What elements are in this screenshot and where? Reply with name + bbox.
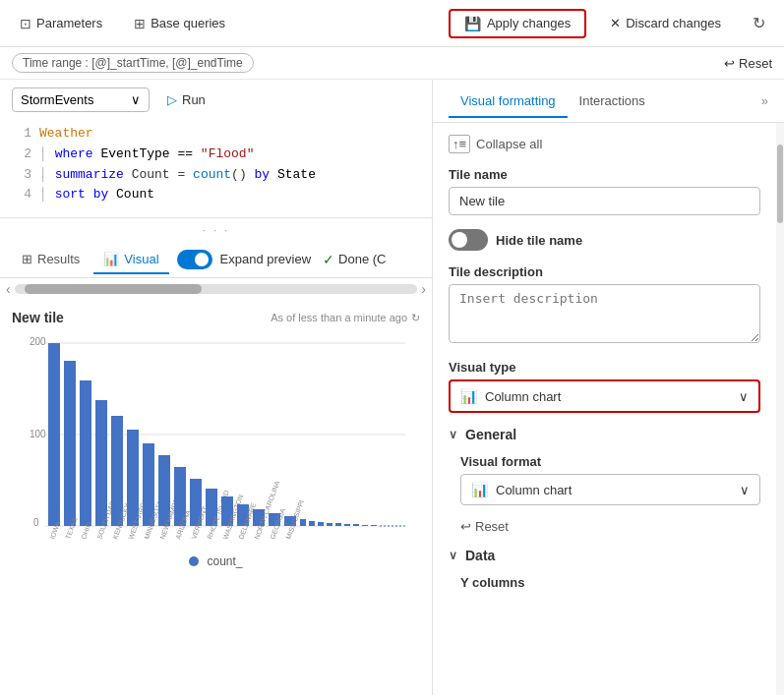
refresh-button[interactable]: ↻ [745,10,772,37]
apply-changes-button[interactable]: 💾 Apply changes [449,9,586,38]
hide-tile-name-group: Hide tile name [449,229,760,251]
tile-name-group: Tile name [449,167,760,215]
results-table-icon: ⊞ [22,252,32,266]
vertical-scrollbar[interactable] [776,123,784,695]
reset-label: Reset [739,56,772,71]
legend-dot [189,556,199,566]
code-sort: │ sort by Count [39,185,154,205]
line-num-2: 2 [12,145,31,165]
visual-chart-icon: 📊 [103,252,119,266]
visual-format-group: Visual format 📊 Column chart ∨ [460,454,760,505]
run-triangle-icon: ▷ [167,92,177,107]
scroll-left-arrow[interactable]: ‹ [4,281,13,297]
close-icon: ✕ [610,16,621,30]
right-content-scroll: ↑≡ Collapse all Tile name Hide tile name [433,123,776,695]
base-queries-icon: ⊞ [134,16,146,31]
expand-panel-button[interactable]: » [761,93,768,108]
data-section-header[interactable]: ∨ Data [449,548,760,563]
expand-preview-label: Expand preview [220,252,312,266]
tab-visual-label: Visual formatting [460,93,556,108]
base-queries-label: Base queries [151,16,225,30]
visual-format-label: Visual format [460,454,760,469]
done-badge: ✓ Done (C [323,252,386,267]
line-num-4: 4 [12,185,31,205]
visual-type-left: 📊 Column chart [460,388,561,404]
refresh-icon: ↻ [753,14,765,32]
reset-arrow-icon: ↩ [724,56,735,71]
discard-changes-button[interactable]: ✕ Discard changes [602,12,729,34]
check-circle-icon: ✓ [323,252,334,267]
apply-save-icon: 💾 [464,16,481,31]
data-section-content: Y columns [449,575,760,590]
collapse-all-label: Collapse all [476,137,542,151]
bar-chart-svg: 200 100 0 IOWA TEXAS OHIO [12,329,405,546]
svg-text:0: 0 [33,517,39,528]
timestamp-text: As of less than a minute ago [271,312,407,323]
chevron-down-type-icon: ∨ [739,389,749,404]
code-summarize: │ summarize Count = count() by State [39,165,316,186]
parameters-label: Parameters [36,16,102,30]
database-select[interactable]: StormEvents ∨ [12,87,150,112]
results-tab[interactable]: ⊞ Results [12,246,90,274]
chart-header: New tile As of less than a minute ago ↻ [12,310,420,325]
legend-label: count_ [207,554,242,568]
horizontal-scrollbar[interactable] [15,284,418,294]
parameters-button[interactable]: ⊡ Parameters [12,12,110,35]
database-name: StormEvents [21,92,93,107]
general-section-header[interactable]: ∨ General [449,427,760,442]
dots-separator: · · · [0,218,432,241]
apply-changes-label: Apply changes [487,16,571,30]
tab-visual-formatting[interactable]: Visual formatting [449,86,568,118]
svg-rect-8 [64,361,76,526]
tile-name-input[interactable] [449,187,760,215]
general-section-content: Visual format 📊 Column chart ∨ ↩ Reset [449,454,760,534]
reset-visual-format-button[interactable]: ↩ Reset [460,519,760,534]
svg-rect-10 [80,380,91,526]
chart-timestamp: As of less than a minute ago ↻ [271,312,420,324]
collapse-all-button[interactable]: ↑≡ Collapse all [449,135,760,153]
expand-preview-toggle[interactable] [177,250,212,269]
top-toolbar: ⊡ Parameters ⊞ Base queries 💾 Apply chan… [0,0,784,47]
visual-format-select[interactable]: 📊 Column chart ∨ [460,474,760,505]
svg-rect-43 [344,524,350,526]
visual-type-label: Visual type [449,360,760,375]
column-chart-icon-format: 📊 [471,482,488,497]
hide-tile-name-toggle[interactable] [449,229,488,251]
refresh-chart-icon[interactable]: ↻ [411,312,420,324]
chart-svg-wrapper: 200 100 0 IOWA TEXAS OHIO [12,329,420,549]
visual-type-value: Column chart [485,389,561,404]
collapse-icon: ↑≡ [449,135,470,153]
tab-interactions[interactable]: Interactions [568,86,657,118]
general-chevron-icon: ∨ [449,428,457,441]
svg-rect-6 [48,343,60,526]
reset-button[interactable]: ↩ Reset [724,56,772,71]
tile-description-group: Tile description [449,264,760,346]
time-range-badge[interactable]: Time range : [@]_startTime, [@]_endTime [12,53,254,73]
reset-format-label: Reset [475,519,509,534]
code-line-2: 2 │ where EventType == "Flood" [12,145,420,165]
visual-tab[interactable]: 📊 Visual [93,246,168,274]
svg-rect-45 [362,525,368,526]
svg-rect-38 [300,519,306,526]
chart-title: New tile [12,310,64,325]
chart-legend: count_ [12,554,420,568]
data-chevron-icon: ∨ [449,549,457,562]
svg-rect-39 [309,521,315,526]
chart-container: New tile As of less than a minute ago ↻ … [0,300,432,695]
run-button[interactable]: ▷ Run [159,88,213,111]
scroll-right-arrow[interactable]: › [419,281,428,297]
base-queries-button[interactable]: ⊞ Base queries [126,12,233,35]
line-num-1: 1 [12,124,31,145]
tile-description-textarea[interactable] [449,284,760,343]
right-content-wrapper: ↑≡ Collapse all Tile name Hide tile name [433,123,784,695]
visual-type-select[interactable]: 📊 Column chart ∨ [449,379,760,413]
svg-text:100: 100 [30,429,46,439]
visual-formatting-tabs: Visual formatting Interactions » [433,80,784,123]
code-line-1: 1 Weather [12,124,420,145]
horizontal-scroll-area[interactable]: ‹ › [0,278,432,300]
scroll-thumb [25,284,202,294]
code-editor: 1 Weather 2 │ where EventType == "Flood"… [12,120,420,209]
discard-changes-label: Discard changes [626,16,721,30]
done-label: Done (C [338,252,386,266]
tile-description-label: Tile description [449,264,760,279]
